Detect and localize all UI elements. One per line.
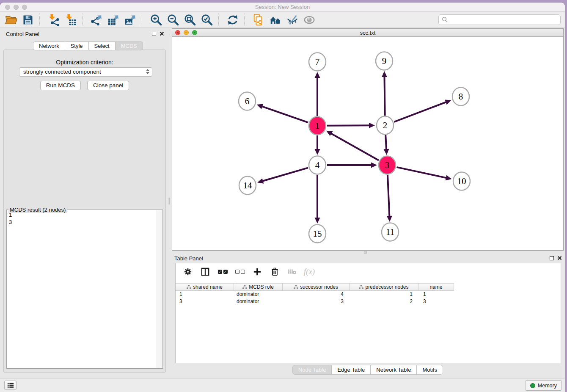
cell-predecessor-nodes[interactable]: 1 (350, 291, 418, 298)
home-neighbors-icon[interactable] (267, 13, 284, 27)
graph-node-8[interactable]: 8 (452, 88, 469, 106)
tab-select[interactable]: Select (89, 41, 116, 50)
control-panel-header: Control Panel (3, 28, 166, 39)
graph-edge[interactable] (396, 167, 451, 180)
graph-edge[interactable] (327, 163, 377, 168)
graph-edge[interactable] (382, 71, 387, 116)
cell-predecessor-nodes[interactable]: 2 (350, 298, 418, 305)
graph-node-9[interactable]: 9 (376, 52, 393, 70)
add-column-icon[interactable] (252, 267, 263, 277)
column-header-successor-nodes[interactable]: successor nodes (283, 283, 350, 291)
table-row[interactable]: 1 dominator 4 1 1 (176, 291, 561, 298)
graph-node-6[interactable]: 6 (239, 92, 256, 110)
graph-edge[interactable] (327, 123, 375, 128)
control-panel-title: Control Panel (6, 31, 39, 37)
graph-edge[interactable] (387, 175, 392, 222)
show-preview-icon[interactable] (301, 13, 318, 27)
hide-selected-icon[interactable] (284, 13, 301, 27)
deselect-all-icon[interactable] (234, 267, 245, 277)
zoom-in-icon[interactable] (148, 13, 165, 27)
graph-edge[interactable] (383, 135, 389, 155)
network-window-titlebar: ✕ − + scc.txt (172, 29, 563, 37)
memory-button[interactable]: Memory (526, 380, 561, 391)
graph-node-4[interactable]: 4 (309, 156, 326, 174)
search-input[interactable] (450, 16, 557, 23)
mcds-result-box[interactable]: MCDS result (2 nodes) 1 3 (6, 210, 163, 369)
vertical-splitter[interactable] (168, 198, 170, 204)
cell-shared-name[interactable]: 3 (176, 298, 234, 305)
close-panel-button[interactable]: Close panel (87, 81, 129, 90)
tab-network[interactable]: Network (33, 41, 65, 50)
float-table-panel-icon[interactable] (550, 256, 554, 260)
cell-successor-nodes[interactable]: 4 (283, 291, 350, 298)
graph-node-2[interactable]: 2 (377, 116, 394, 135)
graph-edge[interactable] (257, 168, 308, 183)
table-toolbar: ✓ ✓ f(x) (176, 263, 561, 280)
cell-mcds-role[interactable]: dominator (234, 298, 283, 305)
open-session-icon[interactable] (3, 13, 19, 27)
split-column-icon[interactable] (200, 267, 211, 277)
cell-successor-nodes[interactable]: 3 (283, 298, 350, 305)
column-header-shared-name[interactable]: shared name (176, 283, 234, 291)
table-settings-icon[interactable] (182, 267, 193, 277)
checked-box-icon: ✓ (223, 270, 228, 274)
attribute-icon (187, 285, 191, 289)
result-scrollbar[interactable] (157, 210, 162, 368)
export-image-icon[interactable] (122, 13, 139, 27)
column-header-mcds-role[interactable]: MCDS role (234, 283, 283, 291)
svg-text:11: 11 (386, 227, 394, 237)
tab-mcds[interactable]: MCDS (116, 41, 143, 50)
zoom-out-icon[interactable] (165, 13, 182, 27)
svg-text:8: 8 (459, 91, 463, 102)
import-network-icon[interactable] (45, 13, 62, 27)
toolbar-separator (218, 14, 223, 26)
export-table-icon[interactable] (105, 13, 122, 27)
close-table-panel-icon[interactable] (557, 256, 562, 260)
cell-mcds-role[interactable]: dominator (234, 291, 283, 298)
cell-name[interactable]: 1 (418, 291, 454, 298)
graph-node-15[interactable]: 15 (309, 225, 326, 243)
save-session-icon[interactable] (19, 13, 36, 27)
select-all-icon[interactable]: ✓ ✓ (217, 267, 228, 277)
float-panel-icon[interactable] (152, 32, 156, 36)
close-panel-icon[interactable] (160, 31, 164, 36)
graph-node-11[interactable]: 11 (382, 223, 399, 241)
tab-motifs[interactable]: Motifs (417, 365, 443, 375)
graph-node-10[interactable]: 10 (453, 172, 470, 190)
tab-node-table[interactable]: Node Table (292, 365, 332, 375)
run-mcds-button[interactable]: Run MCDS (40, 81, 81, 90)
tab-edge-table[interactable]: Edge Table (332, 365, 371, 375)
graph-edge[interactable] (394, 99, 451, 121)
graph-node-7[interactable]: 7 (309, 53, 326, 71)
graph-edge[interactable] (315, 72, 320, 116)
import-table-icon[interactable] (62, 13, 79, 27)
graph-edge[interactable] (326, 131, 379, 160)
zoom-fit-icon[interactable] (182, 13, 198, 27)
tab-style[interactable]: Style (65, 41, 89, 50)
column-header-predecessor-nodes[interactable]: predecessor nodes (350, 283, 418, 291)
apply-layout-icon[interactable] (224, 13, 241, 27)
table-row[interactable]: 3 dominator 3 2 3 (176, 298, 561, 305)
criterion-value: strongly connected component (23, 69, 101, 75)
search-box (438, 14, 561, 25)
zoom-selected-icon[interactable] (198, 13, 215, 27)
cell-name[interactable]: 3 (418, 298, 454, 305)
network-canvas[interactable]: 7968124314101511 (172, 37, 563, 250)
graph-edge[interactable] (257, 104, 308, 122)
export-network-icon[interactable] (88, 13, 105, 27)
tab-network-table[interactable]: Network Table (371, 365, 417, 375)
task-history-button[interactable] (4, 381, 17, 390)
clone-network-icon[interactable] (250, 13, 267, 27)
cell-shared-name[interactable]: 1 (176, 291, 234, 298)
graph-node-1[interactable]: 1 (309, 117, 326, 135)
graph-edge[interactable] (315, 175, 320, 224)
delete-column-icon[interactable] (269, 267, 280, 277)
criterion-dropdown[interactable]: strongly connected component (19, 67, 152, 77)
column-header-name[interactable]: name (418, 283, 454, 291)
graph-node-3[interactable]: 3 (379, 156, 396, 174)
graph-edge[interactable] (315, 135, 320, 155)
table-header-row: shared name MCDS role successor nodes (176, 283, 561, 291)
list-icon (7, 382, 14, 388)
attribute-icon (242, 285, 247, 289)
graph-node-14[interactable]: 14 (239, 177, 256, 195)
